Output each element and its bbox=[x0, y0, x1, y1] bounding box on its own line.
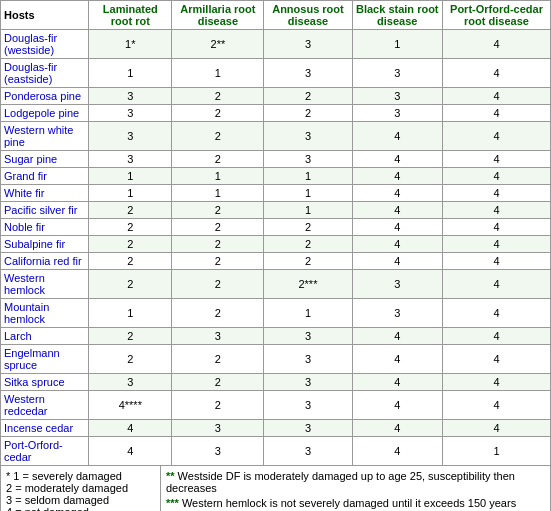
data-cell: 3 bbox=[352, 105, 442, 122]
data-cell: 4 bbox=[352, 151, 442, 168]
data-cell: 4 bbox=[352, 391, 442, 420]
data-cell: 2 bbox=[172, 270, 264, 299]
table-row: Larch23344 bbox=[1, 328, 551, 345]
host-cell: Douglas-fir (eastside) bbox=[1, 59, 89, 88]
col-header-annosus: Annosus root disease bbox=[264, 1, 352, 30]
data-cell: 3 bbox=[264, 122, 352, 151]
data-cell: 4 bbox=[443, 202, 551, 219]
host-disease-table: Hosts Laminated root rot Armillaria root… bbox=[0, 0, 551, 466]
table-row: Subalpine fir22244 bbox=[1, 236, 551, 253]
data-cell: 4 bbox=[443, 105, 551, 122]
data-cell: 2 bbox=[172, 253, 264, 270]
host-cell: Lodgepole pine bbox=[1, 105, 89, 122]
data-cell: 1 bbox=[352, 30, 442, 59]
data-cell: 2 bbox=[172, 88, 264, 105]
data-cell: 4 bbox=[443, 374, 551, 391]
data-cell: 4 bbox=[352, 345, 442, 374]
data-cell: 2 bbox=[264, 236, 352, 253]
data-cell: 1 bbox=[89, 299, 172, 328]
table-row: Engelmann spruce22344 bbox=[1, 345, 551, 374]
col-header-armillaria: Armillaria root disease bbox=[172, 1, 264, 30]
data-cell: 4 bbox=[443, 151, 551, 168]
data-cell: 4 bbox=[443, 30, 551, 59]
data-cell: 4 bbox=[443, 253, 551, 270]
data-cell: 2 bbox=[172, 105, 264, 122]
data-cell: 4 bbox=[352, 328, 442, 345]
data-cell: 4 bbox=[352, 168, 442, 185]
data-cell: 4 bbox=[443, 219, 551, 236]
data-cell: 3 bbox=[89, 122, 172, 151]
host-cell: Douglas-fir (westside) bbox=[1, 30, 89, 59]
col-header-blackstain: Black stain root disease bbox=[352, 1, 442, 30]
data-cell: 1 bbox=[264, 168, 352, 185]
data-cell: 3 bbox=[352, 59, 442, 88]
host-cell: Larch bbox=[1, 328, 89, 345]
col-header-hosts: Hosts bbox=[1, 1, 89, 30]
data-cell: 4 bbox=[352, 374, 442, 391]
data-cell: 3 bbox=[352, 299, 442, 328]
data-cell: 2 bbox=[172, 345, 264, 374]
data-cell: 2 bbox=[264, 105, 352, 122]
data-cell: 3 bbox=[264, 345, 352, 374]
table-row: Sitka spruce32344 bbox=[1, 374, 551, 391]
data-cell: 4 bbox=[443, 270, 551, 299]
host-cell: Sitka spruce bbox=[1, 374, 89, 391]
data-cell: 1 bbox=[89, 168, 172, 185]
data-cell: 3 bbox=[264, 59, 352, 88]
data-cell: 1 bbox=[264, 185, 352, 202]
data-cell: 3 bbox=[89, 374, 172, 391]
data-cell: 2 bbox=[264, 88, 352, 105]
data-cell: 3 bbox=[264, 151, 352, 168]
data-cell: 3 bbox=[264, 391, 352, 420]
data-cell: 4 bbox=[443, 168, 551, 185]
table-row: Pacific silver fir22144 bbox=[1, 202, 551, 219]
data-cell: 2** bbox=[172, 30, 264, 59]
data-cell: 1 bbox=[172, 168, 264, 185]
host-cell: Incense cedar bbox=[1, 420, 89, 437]
data-cell: 2 bbox=[172, 151, 264, 168]
data-cell: 4 bbox=[352, 202, 442, 219]
footer-legend: * 1 = severely damaged 2 = moderately da… bbox=[1, 466, 161, 511]
data-cell: 4 bbox=[443, 185, 551, 202]
host-cell: White fir bbox=[1, 185, 89, 202]
data-cell: 1 bbox=[264, 202, 352, 219]
host-cell: Noble fir bbox=[1, 219, 89, 236]
data-cell: 2 bbox=[89, 219, 172, 236]
host-cell: Subalpine fir bbox=[1, 236, 89, 253]
data-cell: 4 bbox=[443, 328, 551, 345]
data-cell: 4 bbox=[352, 420, 442, 437]
table-row: Western white pine32344 bbox=[1, 122, 551, 151]
data-cell: 4 bbox=[89, 437, 172, 466]
host-cell: Western redcedar bbox=[1, 391, 89, 420]
data-cell: 2 bbox=[89, 253, 172, 270]
data-cell: 1 bbox=[172, 59, 264, 88]
data-cell: 2 bbox=[172, 122, 264, 151]
data-cell: 4 bbox=[443, 391, 551, 420]
data-cell: 3 bbox=[264, 328, 352, 345]
data-cell: 3 bbox=[264, 437, 352, 466]
footer-note: ** Westside DF is moderately damaged up … bbox=[166, 470, 545, 494]
table-row: Mountain hemlock12134 bbox=[1, 299, 551, 328]
table-row: Grand fir11144 bbox=[1, 168, 551, 185]
data-cell: 2 bbox=[89, 328, 172, 345]
table-row: Incense cedar43344 bbox=[1, 420, 551, 437]
footer-section: * 1 = severely damaged 2 = moderately da… bbox=[0, 466, 551, 511]
data-cell: 4 bbox=[352, 236, 442, 253]
data-cell: 2 bbox=[172, 374, 264, 391]
data-cell: 1 bbox=[89, 59, 172, 88]
col-header-laminated: Laminated root rot bbox=[89, 1, 172, 30]
data-cell: 1* bbox=[89, 30, 172, 59]
data-cell: 4 bbox=[443, 122, 551, 151]
data-cell: 4 bbox=[443, 420, 551, 437]
host-cell: Western white pine bbox=[1, 122, 89, 151]
data-cell: 4 bbox=[443, 299, 551, 328]
table-row: White fir11144 bbox=[1, 185, 551, 202]
data-cell: 1 bbox=[443, 437, 551, 466]
data-cell: 3 bbox=[352, 270, 442, 299]
data-cell: 4 bbox=[443, 88, 551, 105]
data-cell: 2 bbox=[89, 270, 172, 299]
data-cell: 3 bbox=[264, 374, 352, 391]
table-row: Lodgepole pine32234 bbox=[1, 105, 551, 122]
host-cell: Mountain hemlock bbox=[1, 299, 89, 328]
data-cell: 2 bbox=[172, 219, 264, 236]
